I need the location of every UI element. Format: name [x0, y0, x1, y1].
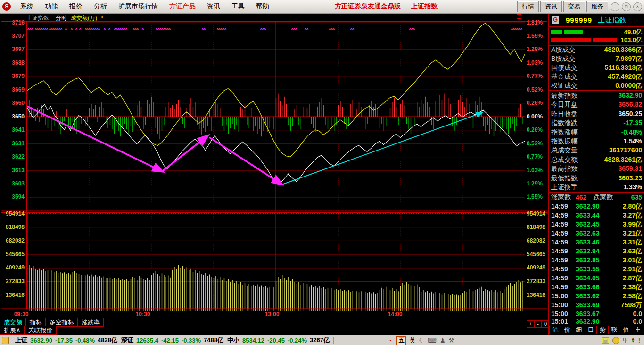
percent-axis-label: 0.26%	[527, 126, 550, 133]
stat-row-权证成交: 权证成交0.0000亿	[551, 82, 642, 90]
person-icon[interactable]: ♟	[440, 337, 446, 344]
ime-wubi-icon[interactable]: 五	[396, 336, 406, 345]
svg-text:x: x	[352, 26, 355, 31]
menu-item-工具[interactable]: 工具	[226, 1, 250, 12]
moon-icon[interactable]: ☾	[419, 337, 424, 344]
menu-item-分析[interactable]: 分析	[88, 1, 113, 12]
tick-price: 3633.67	[576, 310, 612, 318]
tick-price: 3632.85	[576, 256, 612, 265]
index-change-pct: -0.48%	[75, 337, 95, 344]
tick-price: 3633.44	[576, 211, 612, 220]
time-label-09:30: 09:30	[12, 311, 31, 318]
stat-row-最新指数: 最新指数3632.90	[551, 92, 642, 100]
index-label-中小: 中小	[227, 336, 239, 345]
stat-row-最高指数: 最高指数3659.31	[551, 165, 642, 173]
menu-item-帮助[interactable]: 帮助	[250, 1, 275, 12]
zoom-button--[interactable]: -	[534, 320, 542, 328]
tick-time: 14:59	[551, 283, 576, 292]
quote-panel-header: G 999999 上证指数	[549, 14, 644, 27]
quote-tab-联[interactable]: 联	[609, 326, 620, 334]
tick-price: 3633.62	[576, 292, 612, 301]
wrench-icon[interactable]: ⚒	[449, 337, 454, 344]
list-icon[interactable]: ▤	[602, 337, 609, 344]
percent-axis-label: 1.55%	[527, 194, 550, 200]
tick-amount: 0.0	[633, 318, 642, 325]
antenna-icon[interactable]: Ψ	[623, 337, 628, 344]
tab-indicator-指标[interactable]: 指标	[26, 318, 46, 327]
stat-label: 最低指数	[551, 174, 578, 183]
tab-indicator-涨跌率[interactable]: 涨跌率	[78, 318, 104, 327]
tick-row: 14:593632.943.63亿	[551, 247, 642, 256]
ime-english-icon[interactable]: 英	[409, 336, 415, 345]
menu-item-扩展市场行情[interactable]: 扩展市场行情	[113, 1, 164, 12]
stat-label: 指数涨跌	[551, 119, 578, 127]
menu-item-方证产品[interactable]: 方证产品	[164, 1, 201, 12]
index-amount: 3267亿	[310, 336, 330, 345]
tick-row: 14:593633.552.91亿	[551, 265, 642, 274]
volume-axis-label: 545665	[527, 251, 550, 258]
app-title-index: 上证指数	[411, 2, 438, 10]
tab-extension-关联报价[interactable]: 关联报价	[25, 326, 57, 335]
index-change: -42.15	[161, 337, 179, 344]
alert-exclamation-icon[interactable]: !	[638, 337, 640, 344]
tick-amount: 2.87亿	[623, 274, 642, 283]
volume-axis-label: 954914	[527, 210, 550, 217]
stat-value: 1.33%	[623, 183, 642, 192]
percent-axis-label: 1.03%	[527, 59, 550, 66]
index-change: -20.45	[267, 337, 285, 344]
svg-text:x: x	[65, 26, 67, 31]
quote-tab-日[interactable]: 日	[585, 326, 597, 334]
tick-row: 14:593632.453.99亿	[551, 220, 642, 229]
index-label-上证: 上证	[15, 336, 27, 345]
quote-tab-主[interactable]: 主	[632, 326, 644, 334]
statusbar-right-icons: ▤ Ψ ▲▼ !	[602, 337, 642, 344]
menu-item-资讯[interactable]: 资讯	[201, 1, 226, 12]
quote-tab-笔[interactable]: 笔	[549, 326, 561, 334]
menu-item-系统[interactable]: 系统	[15, 1, 39, 12]
index-change: -17.35	[55, 337, 73, 344]
svg-text:x: x	[142, 26, 144, 31]
close-button[interactable]: ×	[633, 2, 642, 11]
intraday-chart[interactable]: xxxxxxxxxxxxxxxxxxxxxxxxxxxxxxxxxxxxxxxx…	[0, 14, 548, 326]
tick-time: 15:00	[551, 292, 576, 301]
tick-amount: 3.27亿	[623, 211, 642, 220]
toolbar-button-行情[interactable]: 行情	[517, 1, 539, 12]
keyboard-icon[interactable]: ⌨	[428, 337, 437, 344]
price-axis-label: 3688	[1, 59, 25, 66]
stat-label: 上证换手	[551, 183, 578, 192]
tab-extension-扩展∧[interactable]: 扩展∧	[0, 326, 25, 335]
percent-axis-label: 0.00%	[527, 113, 550, 120]
menu-item-功能[interactable]: 功能	[39, 1, 64, 12]
tab-indicator-多空指标[interactable]: 多空指标	[46, 318, 78, 327]
tick-row: 15:003633.697598万	[551, 301, 642, 310]
tab-indicator-成交额[interactable]: 成交额	[0, 318, 26, 327]
updown-arrows-icon[interactable]: ▲▼	[631, 337, 635, 343]
stat-value: 7.9897亿	[615, 55, 642, 63]
quote-tab-值[interactable]: 值	[620, 326, 632, 334]
stat-value: 4820.3366亿	[604, 46, 642, 54]
coin-icon[interactable]	[612, 337, 619, 344]
restore-button[interactable]: □	[622, 2, 631, 11]
stat-value: 3632.90	[618, 92, 642, 100]
zoom-button-+[interactable]: +	[527, 320, 534, 328]
menu-item-报价[interactable]: 报价	[64, 1, 88, 12]
price-axis-label: 3594	[1, 194, 25, 200]
index-summary: 上证3632.90-17.35-0.48%4828亿深证12635.4-42.1…	[11, 336, 330, 345]
svg-text:x: x	[104, 26, 106, 31]
percent-axis-label: 1.29%	[527, 46, 550, 52]
price-axis-label: 3660	[1, 100, 25, 106]
svg-text:x: x	[520, 26, 523, 31]
zoom-controls: +-0	[527, 320, 549, 328]
index-value: 12635.4	[136, 337, 158, 344]
toolbar-button-交易[interactable]: 交易	[563, 1, 585, 12]
quote-tab-价[interactable]: 价	[561, 326, 573, 334]
minimize-button[interactable]: —	[611, 2, 619, 11]
tick-time: 14:59	[551, 220, 576, 229]
quote-tab-势[interactable]: 势	[597, 326, 609, 334]
quote-tab-细[interactable]: 细	[573, 326, 585, 334]
stat-label: 昨日收盘	[551, 110, 578, 118]
toolbar-button-服务[interactable]: 服务	[586, 1, 608, 12]
stat-value: 4828.3261亿	[604, 156, 642, 164]
index-value: 3632.90	[30, 337, 52, 344]
toolbar-button-资讯[interactable]: 资讯	[540, 1, 562, 12]
